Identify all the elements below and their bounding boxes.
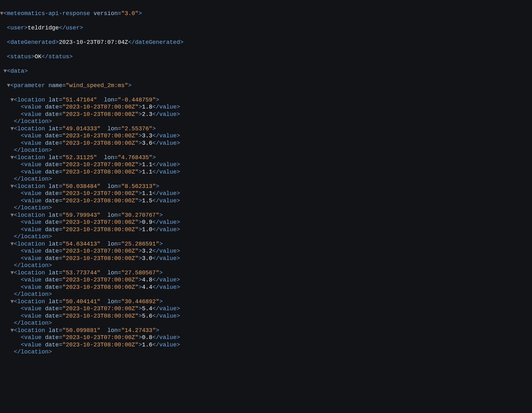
caret-icon[interactable]: ▼ xyxy=(4,68,7,74)
caret-icon[interactable]: ▼ xyxy=(7,82,11,89)
location-lat-value: 52.31125 xyxy=(66,154,93,161)
location-open-line[interactable]: ▼<location lat="50.404141" lon="30.44689… xyxy=(0,298,532,305)
value-date: 2023-10-23T07:00:00Z xyxy=(66,133,135,139)
value-line: <value date="2023-10-23T07:00:00Z">1.1</… xyxy=(0,161,532,168)
value-date: 2023-10-23T08:00:00Z xyxy=(66,169,135,175)
location-open-line[interactable]: ▼<location lat="54.634413" lon="25.28659… xyxy=(0,240,532,248)
location-lat-value: 59.799943 xyxy=(66,212,97,218)
location-open-line[interactable]: ▼<location lat="52.31125" lon="4.768435"… xyxy=(0,154,532,161)
caret-icon[interactable]: ▼ xyxy=(10,154,14,161)
value-number: 3.2 xyxy=(142,248,152,254)
value-number: 0.8 xyxy=(142,334,152,341)
location-lon-value: 27.580567 xyxy=(125,270,156,276)
value-date: 2023-10-23T07:00:00Z xyxy=(66,104,135,110)
location-lon-value: 2.55376 xyxy=(125,126,149,132)
user-value: teldridge xyxy=(28,25,59,31)
value-number: 4.8 xyxy=(142,277,152,283)
value-number: 1.6 xyxy=(142,342,152,348)
root-version-value: 3.0 xyxy=(125,10,135,17)
value-number: 2.3 xyxy=(142,111,152,117)
location-lon-value: 30.446892 xyxy=(125,298,156,305)
value-date: 2023-10-23T07:00:00Z xyxy=(66,277,135,283)
value-line: <value date="2023-10-23T08:00:00Z">3.6</… xyxy=(0,140,532,147)
location-lat-value: 54.634413 xyxy=(66,241,97,247)
value-number: 5.6 xyxy=(142,313,152,319)
value-line: <value date="2023-10-23T07:00:00Z">3.3</… xyxy=(0,132,532,140)
location-close-line: </location> xyxy=(0,291,532,298)
caret-icon[interactable]: ▼ xyxy=(0,10,4,17)
value-date: 2023-10-23T08:00:00Z xyxy=(66,198,135,204)
value-line: <value date="2023-10-23T08:00:00Z">2.3</… xyxy=(0,111,532,118)
location-open-line[interactable]: ▼<location lat="53.773744" lon="27.58056… xyxy=(0,269,532,277)
caret-icon[interactable]: ▼ xyxy=(10,298,14,305)
value-date: 2023-10-23T08:00:00Z xyxy=(66,284,135,290)
location-open-line[interactable]: ▼<location lat="51.47164" lon="-0.448759… xyxy=(0,96,532,104)
location-lat-value: 50.099881 xyxy=(66,327,97,334)
value-line: <value date="2023-10-23T07:00:00Z">1.1</… xyxy=(0,190,532,197)
location-lat-value: 53.773744 xyxy=(66,270,97,276)
date-generated-value: 2023-10-23T07:07:04Z xyxy=(59,39,128,45)
value-date: 2023-10-23T07:00:00Z xyxy=(66,248,135,254)
value-date: 2023-10-23T08:00:00Z xyxy=(66,111,135,117)
data-open-line[interactable]: ▼<data> xyxy=(0,68,532,75)
location-lon-value: 30.270767 xyxy=(125,212,156,218)
value-date: 2023-10-23T07:00:00Z xyxy=(66,305,135,312)
parameter-open-line[interactable]: ▼<parameter name="wind_speed_2m:ms"> xyxy=(0,82,532,89)
value-number: 5.4 xyxy=(142,305,152,312)
value-line: <value date="2023-10-23T07:00:00Z">0.8</… xyxy=(0,334,532,341)
location-close-line: </location> xyxy=(0,348,532,356)
value-date: 2023-10-23T07:00:00Z xyxy=(66,334,135,341)
value-number: 1.1 xyxy=(142,169,152,175)
value-number: 1.8 xyxy=(142,104,152,110)
value-line: <value date="2023-10-23T07:00:00Z">5.4</… xyxy=(0,305,532,312)
location-open-line[interactable]: ▼<location lat="59.799943" lon="30.27076… xyxy=(0,212,532,219)
location-close-line: </location> xyxy=(0,147,532,154)
value-number: 4.4 xyxy=(142,284,152,290)
caret-icon[interactable]: ▼ xyxy=(10,270,14,276)
root-open-line[interactable]: ▼<meteomatics-api-response version="3.0"… xyxy=(0,10,532,17)
location-open-line[interactable]: ▼<location lat="50.038484" lon="8.562313… xyxy=(0,183,532,190)
value-line: <value date="2023-10-23T08:00:00Z">4.4</… xyxy=(0,284,532,291)
location-lat-value: 50.038484 xyxy=(66,183,97,190)
value-line: <value date="2023-10-23T08:00:00Z">1.0</… xyxy=(0,226,532,233)
value-number: 1.0 xyxy=(142,226,152,233)
value-line: <value date="2023-10-23T07:00:00Z">1.8</… xyxy=(0,103,532,111)
value-number: 3.3 xyxy=(142,133,152,139)
location-close-line: </location> xyxy=(0,118,532,125)
location-lat-value: 49.014333 xyxy=(66,126,97,132)
value-date: 2023-10-23T08:00:00Z xyxy=(66,342,135,348)
value-date: 2023-10-23T08:00:00Z xyxy=(66,226,135,233)
value-line: <value date="2023-10-23T08:00:00Z">5.6</… xyxy=(0,312,532,320)
value-date: 2023-10-23T07:00:00Z xyxy=(66,219,135,225)
location-close-line: </location> xyxy=(0,262,532,269)
parameter-name-value: wind_speed_2m:ms xyxy=(69,82,125,89)
value-number: 1.1 xyxy=(142,161,152,168)
location-close-line: </location> xyxy=(0,204,532,212)
status-line: <status>OK</status> xyxy=(0,53,532,61)
location-open-line[interactable]: ▼<location lat="49.014333" lon="2.55376"… xyxy=(0,125,532,133)
location-lat-value: 51.47164 xyxy=(66,97,93,103)
caret-icon[interactable]: ▼ xyxy=(10,97,14,103)
value-date: 2023-10-23T08:00:00Z xyxy=(66,313,135,319)
value-date: 2023-10-23T08:00:00Z xyxy=(66,140,135,146)
user-line: <user>teldridge</user> xyxy=(0,24,532,32)
caret-icon[interactable]: ▼ xyxy=(10,183,14,190)
date-generated-line: <dateGenerated>2023-10-23T07:07:04Z</dat… xyxy=(0,39,532,46)
location-lon-value: 25.286591 xyxy=(125,241,156,247)
location-close-line: </location> xyxy=(0,175,532,183)
location-lon-value: -0.448759 xyxy=(121,97,152,103)
location-open-line[interactable]: ▼<location lat="50.099881" lon="14.27433… xyxy=(0,327,532,334)
value-line: <value date="2023-10-23T08:00:00Z">3.0</… xyxy=(0,255,532,262)
caret-icon[interactable]: ▼ xyxy=(10,212,14,218)
value-number: 1.1 xyxy=(142,190,152,197)
caret-icon[interactable]: ▼ xyxy=(10,327,14,334)
caret-icon[interactable]: ▼ xyxy=(10,241,14,247)
value-date: 2023-10-23T07:00:00Z xyxy=(66,161,135,168)
caret-icon[interactable]: ▼ xyxy=(10,126,14,132)
location-lon-value: 4.768435 xyxy=(121,154,149,161)
value-date: 2023-10-23T08:00:00Z xyxy=(66,255,135,262)
value-number: 3.0 xyxy=(142,255,152,262)
value-number: 1.5 xyxy=(142,198,152,204)
location-lon-value: 14.27433 xyxy=(125,327,152,334)
value-line: <value date="2023-10-23T07:00:00Z">4.8</… xyxy=(0,276,532,284)
